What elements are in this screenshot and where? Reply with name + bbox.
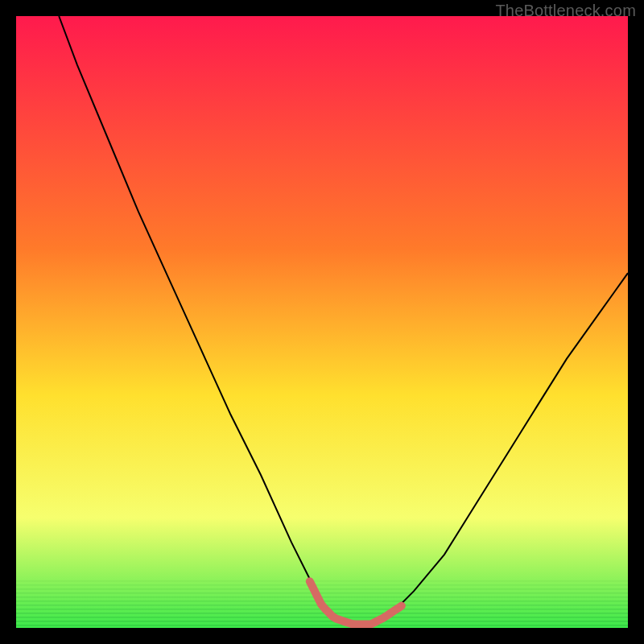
svg-rect-8 — [16, 592, 628, 594]
bottleneck-chart — [16, 16, 628, 628]
heat-gradient — [16, 16, 628, 628]
svg-rect-11 — [16, 580, 628, 582]
svg-rect-9 — [16, 588, 628, 590]
svg-rect-3 — [16, 613, 628, 614]
svg-rect-1 — [16, 621, 628, 622]
svg-rect-2 — [16, 617, 628, 618]
svg-rect-0 — [16, 625, 628, 626]
plot-area — [16, 16, 628, 628]
chart-frame: TheBottleneck.com — [0, 0, 644, 644]
svg-rect-10 — [16, 584, 628, 586]
